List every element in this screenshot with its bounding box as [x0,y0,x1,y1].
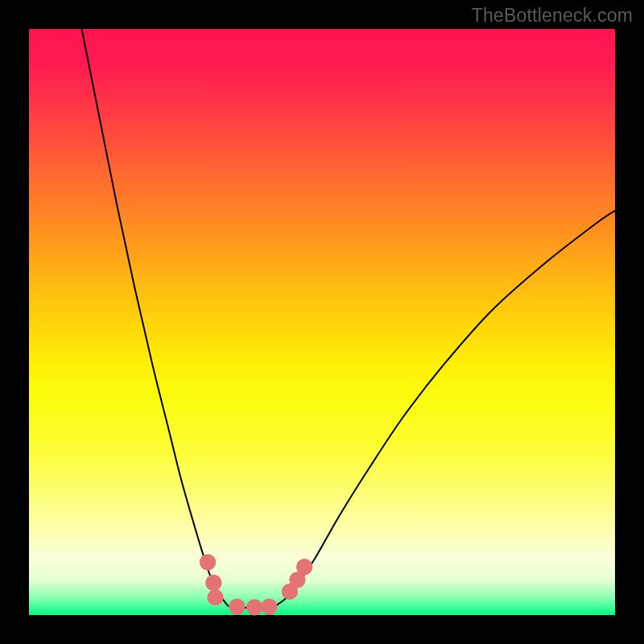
chart-marker [205,575,221,591]
chart-markers [200,554,313,615]
chart-marker [296,559,312,575]
chart-marker [207,589,223,605]
curve-left-branch [82,29,229,606]
chart-marker [261,599,277,615]
curve-right-branch [275,211,615,606]
chart-plot-area [29,29,615,615]
chart-marker [229,599,245,615]
chart-marker [246,599,262,615]
chart-marker [200,554,216,570]
chart-svg [29,29,615,615]
watermark-text: TheBottleneck.com [472,5,633,27]
